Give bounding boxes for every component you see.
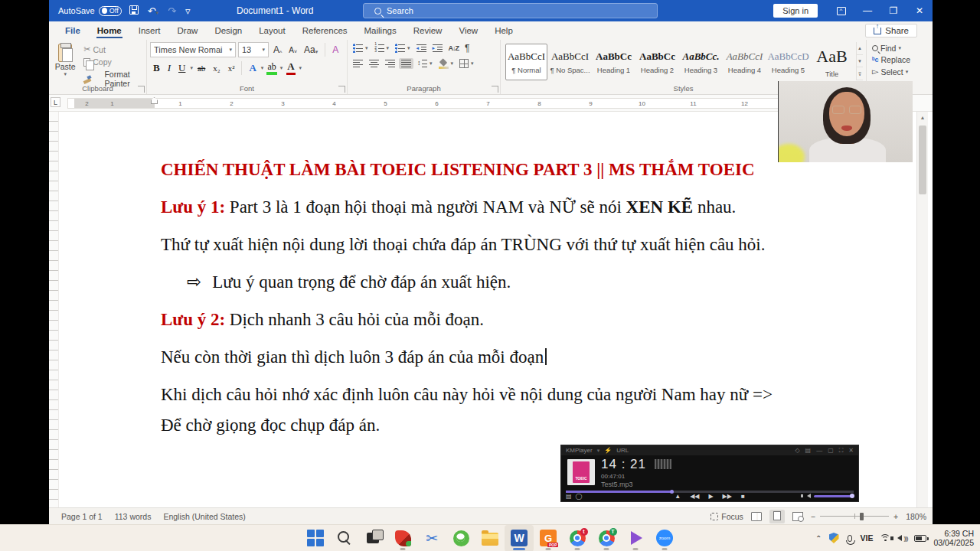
styles-gallery-expand-icon[interactable]: ⊽ bbox=[857, 67, 863, 80]
close-button[interactable]: ✕ bbox=[906, 0, 933, 21]
player-minimize-icon[interactable]: — bbox=[816, 447, 822, 455]
strikethrough-button[interactable]: ab bbox=[194, 64, 208, 73]
language-indicator[interactable]: VIE bbox=[861, 533, 874, 543]
scrollbar-thumb[interactable] bbox=[919, 126, 926, 194]
playlist-icon[interactable]: ▤ bbox=[566, 493, 572, 500]
battery-icon[interactable] bbox=[914, 535, 926, 542]
chevron-down-icon[interactable]: ▾ bbox=[597, 448, 600, 454]
change-case-button[interactable]: Aa▾ bbox=[302, 44, 320, 55]
player-app-name[interactable]: KMPlayer bbox=[566, 447, 593, 454]
increase-indent-button[interactable] bbox=[430, 43, 445, 54]
tab-help[interactable]: Help bbox=[486, 23, 521, 38]
tab-review[interactable]: Review bbox=[405, 23, 451, 38]
tab-home[interactable]: Home bbox=[89, 23, 130, 38]
zoom-slider[interactable]: − + bbox=[811, 512, 898, 521]
player-maximize-icon[interactable]: ▢ bbox=[828, 447, 834, 455]
coccoc-browser-button[interactable] bbox=[446, 525, 475, 551]
find-button[interactable]: Find▾ bbox=[870, 43, 929, 54]
text-effects-button[interactable]: A bbox=[246, 62, 259, 74]
numbering-button[interactable]: ▾ bbox=[372, 43, 392, 54]
zoom-slider-thumb[interactable] bbox=[860, 513, 864, 520]
bullets-button[interactable]: ▾ bbox=[351, 43, 371, 54]
replace-button[interactable]: ᵇcReplace bbox=[870, 54, 929, 65]
tab-design[interactable]: Design bbox=[206, 23, 250, 38]
vertical-scrollbar[interactable]: ▲ bbox=[916, 112, 928, 507]
file-explorer-button[interactable] bbox=[475, 525, 505, 551]
player-url-button[interactable]: URL bbox=[616, 447, 629, 454]
shrink-font-button[interactable]: A˅ bbox=[286, 46, 299, 54]
zoom-in-icon[interactable]: + bbox=[893, 512, 898, 521]
style-no-spacing[interactable]: AaBbCcI ¶ No Spac... bbox=[549, 44, 591, 80]
chevron-down-icon[interactable]: ▾ bbox=[190, 65, 193, 71]
stop-button[interactable]: ■ bbox=[741, 493, 745, 500]
styles-gallery-scroll[interactable]: ▲ ▼ ⊽ bbox=[856, 42, 863, 80]
search-input[interactable]: Search bbox=[363, 3, 658, 18]
eject-button[interactable]: ▲ bbox=[675, 493, 681, 500]
italic-button[interactable]: I bbox=[165, 62, 174, 74]
ribbon-display-options-button[interactable] bbox=[828, 0, 854, 21]
chrome-profile2-button[interactable]: T bbox=[592, 525, 621, 551]
align-center-button[interactable] bbox=[367, 58, 381, 69]
microphone-icon[interactable] bbox=[848, 535, 852, 542]
word-taskbar-button[interactable]: W bbox=[505, 525, 534, 551]
print-layout-button[interactable] bbox=[769, 510, 785, 523]
style-heading1[interactable]: AaBbCc Heading 1 bbox=[593, 44, 635, 80]
previous-button[interactable]: ◀◀ bbox=[690, 493, 699, 500]
font-color-button[interactable]: A bbox=[284, 60, 297, 75]
undo-button[interactable]: ↶▾ bbox=[146, 6, 160, 16]
volume-slider[interactable] bbox=[814, 495, 854, 497]
style-heading5[interactable]: AaBbCcD Heading 5 bbox=[767, 44, 809, 80]
redo-button[interactable]: ↷ bbox=[166, 6, 178, 16]
paste-button[interactable]: Paste ▾ bbox=[52, 42, 78, 89]
kmplayer-taskbar-button[interactable] bbox=[621, 525, 650, 551]
chrome-profile1-button[interactable]: t bbox=[563, 525, 592, 551]
read-mode-button[interactable] bbox=[751, 512, 762, 521]
highlight-button[interactable]: ab bbox=[265, 61, 278, 75]
player-pin-icon[interactable]: ◇ bbox=[795, 447, 799, 455]
sign-in-button[interactable]: Sign in bbox=[773, 4, 818, 18]
player-close-icon[interactable]: ✕ bbox=[848, 447, 854, 455]
clear-formatting-button[interactable]: A bbox=[330, 44, 341, 55]
save-button[interactable] bbox=[128, 5, 140, 16]
tab-file[interactable]: File bbox=[57, 23, 89, 38]
font-size-select[interactable]: 13▾ bbox=[238, 42, 269, 57]
styles-scroll-down-icon[interactable]: ▼ bbox=[857, 55, 863, 68]
minimize-button[interactable]: — bbox=[854, 0, 880, 21]
borders-button[interactable]: ▾ bbox=[457, 58, 476, 69]
underline-button[interactable]: U bbox=[175, 62, 188, 74]
web-layout-button[interactable] bbox=[792, 512, 803, 521]
style-heading2[interactable]: AaBbCc Heading 2 bbox=[636, 44, 678, 80]
superscript-button[interactable]: x² bbox=[225, 64, 238, 73]
font-family-select[interactable]: Times New Romai▾ bbox=[150, 42, 236, 57]
style-heading4[interactable]: AaBbCcI Heading 4 bbox=[724, 44, 766, 80]
volume-tray-icon[interactable]: ))) bbox=[897, 535, 907, 542]
share-button[interactable]: Share bbox=[865, 24, 917, 37]
styles-scroll-up-icon[interactable]: ▲ bbox=[857, 42, 863, 55]
paragraph-dialog-launcher[interactable] bbox=[492, 86, 498, 93]
page-indicator[interactable]: Page 1 of 1 bbox=[55, 512, 109, 521]
clipboard-dialog-launcher[interactable] bbox=[138, 86, 145, 93]
zoom-level[interactable]: 180% bbox=[906, 512, 926, 521]
focus-mode-button[interactable]: Focus bbox=[710, 512, 743, 521]
document-content[interactable]: CHIẾN THUẬT LÀM BÀI TOEIC LISTENING PART… bbox=[161, 155, 873, 448]
font-dialog-launcher[interactable] bbox=[338, 86, 345, 93]
scroll-up-icon[interactable]: ▲ bbox=[917, 112, 928, 123]
shading-button[interactable]: ▾ bbox=[436, 59, 456, 68]
style-normal[interactable]: AaBbCcI ¶ Normal bbox=[505, 44, 547, 80]
autosave-toggle[interactable]: AutoSave Off bbox=[58, 6, 122, 16]
tab-draw[interactable]: Draw bbox=[169, 23, 207, 38]
g-pop-app-button[interactable]: G bbox=[534, 525, 563, 551]
tray-expand-icon[interactable]: ⌃ bbox=[815, 534, 822, 543]
tab-stop-selector[interactable]: L bbox=[51, 97, 60, 107]
start-button[interactable] bbox=[301, 525, 330, 551]
multilevel-list-button[interactable]: ▾ bbox=[393, 43, 413, 54]
volume-icon[interactable] bbox=[807, 494, 811, 498]
next-button[interactable]: ▶▶ bbox=[723, 493, 732, 500]
decrease-indent-button[interactable] bbox=[414, 43, 429, 54]
play-button[interactable]: ▶ bbox=[708, 493, 713, 500]
style-title[interactable]: AaB Title bbox=[811, 44, 853, 80]
align-left-button[interactable] bbox=[351, 58, 365, 69]
line-spacing-button[interactable]: ▾ bbox=[415, 58, 435, 69]
cut-button[interactable]: ✂Cut bbox=[81, 44, 143, 55]
player-options-icon[interactable]: ◯ bbox=[576, 493, 583, 500]
